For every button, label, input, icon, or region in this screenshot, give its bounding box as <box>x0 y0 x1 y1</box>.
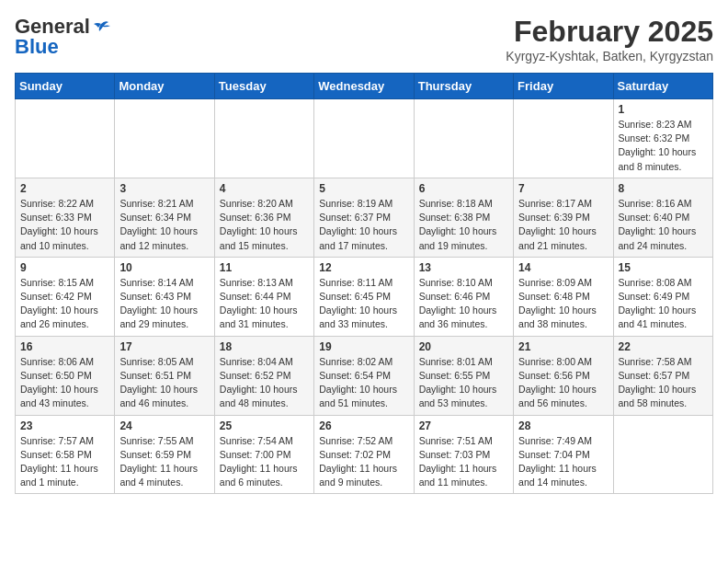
day-number: 15 <box>619 261 708 274</box>
table-row: 23Sunrise: 7:57 AM Sunset: 6:58 PM Dayli… <box>16 415 115 494</box>
day-info: Sunrise: 7:51 AM Sunset: 7:03 PM Dayligh… <box>419 434 508 490</box>
table-row: 18Sunrise: 8:04 AM Sunset: 6:52 PM Dayli… <box>214 336 313 415</box>
table-row: 9Sunrise: 8:15 AM Sunset: 6:42 PM Daylig… <box>16 257 115 336</box>
table-row: 16Sunrise: 8:06 AM Sunset: 6:50 PM Dayli… <box>16 336 115 415</box>
day-info: Sunrise: 8:19 AM Sunset: 6:37 PM Dayligh… <box>319 197 408 253</box>
day-number: 7 <box>518 182 608 195</box>
day-number: 5 <box>319 182 408 195</box>
table-row: 15Sunrise: 8:08 AM Sunset: 6:49 PM Dayli… <box>613 257 712 336</box>
table-row: 14Sunrise: 8:09 AM Sunset: 6:48 PM Dayli… <box>514 257 613 336</box>
day-number: 17 <box>119 340 209 353</box>
day-info: Sunrise: 7:55 AM Sunset: 6:59 PM Dayligh… <box>119 434 209 490</box>
page-header: General Blue February 2025 Kyrgyz-Kyshta… <box>15 15 713 63</box>
day-number: 12 <box>319 261 408 274</box>
day-info: Sunrise: 8:10 AM Sunset: 6:46 PM Dayligh… <box>419 276 508 332</box>
day-info: Sunrise: 8:11 AM Sunset: 6:45 PM Dayligh… <box>319 276 408 332</box>
logo: General Blue <box>15 15 110 59</box>
day-number: 19 <box>319 340 408 353</box>
day-number: 11 <box>220 261 309 274</box>
table-row: 8Sunrise: 8:16 AM Sunset: 6:40 PM Daylig… <box>613 178 712 257</box>
day-info: Sunrise: 8:20 AM Sunset: 6:36 PM Dayligh… <box>220 197 309 253</box>
table-row: 11Sunrise: 8:13 AM Sunset: 6:44 PM Dayli… <box>214 257 313 336</box>
table-row: 26Sunrise: 7:52 AM Sunset: 7:02 PM Dayli… <box>314 415 414 494</box>
day-number: 25 <box>220 419 309 432</box>
day-info: Sunrise: 8:21 AM Sunset: 6:34 PM Dayligh… <box>119 197 209 253</box>
table-row: 10Sunrise: 8:14 AM Sunset: 6:43 PM Dayli… <box>115 257 214 336</box>
table-row: 19Sunrise: 8:02 AM Sunset: 6:54 PM Dayli… <box>314 336 414 415</box>
day-info: Sunrise: 8:18 AM Sunset: 6:38 PM Dayligh… <box>419 197 508 253</box>
logo-bird-icon <box>92 20 110 35</box>
table-row: 7Sunrise: 8:17 AM Sunset: 6:39 PM Daylig… <box>514 178 613 257</box>
calendar-subtitle: Kyrgyz-Kyshtak, Batken, Kyrgyzstan <box>506 49 713 63</box>
table-row <box>115 99 214 178</box>
table-row: 27Sunrise: 7:51 AM Sunset: 7:03 PM Dayli… <box>414 415 513 494</box>
header-saturday: Saturday <box>613 74 712 99</box>
header-monday: Monday <box>115 74 214 99</box>
day-info: Sunrise: 8:17 AM Sunset: 6:39 PM Dayligh… <box>518 197 608 253</box>
table-row: 25Sunrise: 7:54 AM Sunset: 7:00 PM Dayli… <box>214 415 313 494</box>
table-row: 17Sunrise: 8:05 AM Sunset: 6:51 PM Dayli… <box>115 336 214 415</box>
day-number: 14 <box>518 261 608 274</box>
day-number: 10 <box>119 261 209 274</box>
day-number: 4 <box>220 182 309 195</box>
table-row: 13Sunrise: 8:10 AM Sunset: 6:46 PM Dayli… <box>414 257 513 336</box>
day-number: 27 <box>419 419 508 432</box>
table-row <box>214 99 313 178</box>
calendar-week-row: 2Sunrise: 8:22 AM Sunset: 6:33 PM Daylig… <box>16 178 713 257</box>
table-row <box>16 99 115 178</box>
table-row <box>514 99 613 178</box>
day-info: Sunrise: 8:16 AM Sunset: 6:40 PM Dayligh… <box>619 197 708 253</box>
day-number: 18 <box>220 340 309 353</box>
day-number: 13 <box>419 261 508 274</box>
header-wednesday: Wednesday <box>314 74 414 99</box>
table-row: 24Sunrise: 7:55 AM Sunset: 6:59 PM Dayli… <box>115 415 214 494</box>
day-info: Sunrise: 8:22 AM Sunset: 6:33 PM Dayligh… <box>20 197 109 253</box>
table-row: 6Sunrise: 8:18 AM Sunset: 6:38 PM Daylig… <box>414 178 513 257</box>
calendar-header-row: Sunday Monday Tuesday Wednesday Thursday… <box>16 74 713 99</box>
day-info: Sunrise: 8:23 AM Sunset: 6:32 PM Dayligh… <box>619 118 708 174</box>
day-info: Sunrise: 8:02 AM Sunset: 6:54 PM Dayligh… <box>319 355 408 411</box>
calendar-week-row: 16Sunrise: 8:06 AM Sunset: 6:50 PM Dayli… <box>16 336 713 415</box>
day-info: Sunrise: 8:04 AM Sunset: 6:52 PM Dayligh… <box>220 355 309 411</box>
day-number: 3 <box>119 182 209 195</box>
table-row: 12Sunrise: 8:11 AM Sunset: 6:45 PM Dayli… <box>314 257 414 336</box>
day-info: Sunrise: 7:54 AM Sunset: 7:00 PM Dayligh… <box>220 434 309 490</box>
title-block: February 2025 Kyrgyz-Kyshtak, Batken, Ky… <box>506 15 713 63</box>
calendar-week-row: 23Sunrise: 7:57 AM Sunset: 6:58 PM Dayli… <box>16 415 713 494</box>
table-row: 3Sunrise: 8:21 AM Sunset: 6:34 PM Daylig… <box>115 178 214 257</box>
day-info: Sunrise: 8:15 AM Sunset: 6:42 PM Dayligh… <box>20 276 109 332</box>
day-number: 26 <box>319 419 408 432</box>
day-number: 23 <box>20 419 109 432</box>
header-friday: Friday <box>514 74 613 99</box>
table-row: 2Sunrise: 8:22 AM Sunset: 6:33 PM Daylig… <box>16 178 115 257</box>
table-row <box>314 99 414 178</box>
day-info: Sunrise: 7:58 AM Sunset: 6:57 PM Dayligh… <box>619 355 708 411</box>
table-row <box>414 99 513 178</box>
calendar-week-row: 9Sunrise: 8:15 AM Sunset: 6:42 PM Daylig… <box>16 257 713 336</box>
day-info: Sunrise: 8:00 AM Sunset: 6:56 PM Dayligh… <box>518 355 608 411</box>
table-row: 21Sunrise: 8:00 AM Sunset: 6:56 PM Dayli… <box>514 336 613 415</box>
day-number: 24 <box>119 419 209 432</box>
header-sunday: Sunday <box>16 74 115 99</box>
day-info: Sunrise: 8:13 AM Sunset: 6:44 PM Dayligh… <box>220 276 309 332</box>
header-tuesday: Tuesday <box>214 74 313 99</box>
day-info: Sunrise: 7:49 AM Sunset: 7:04 PM Dayligh… <box>518 434 608 490</box>
day-number: 9 <box>20 261 109 274</box>
table-row: 22Sunrise: 7:58 AM Sunset: 6:57 PM Dayli… <box>613 336 712 415</box>
table-row: 1Sunrise: 8:23 AM Sunset: 6:32 PM Daylig… <box>613 99 712 178</box>
day-info: Sunrise: 8:01 AM Sunset: 6:55 PM Dayligh… <box>419 355 508 411</box>
day-info: Sunrise: 7:52 AM Sunset: 7:02 PM Dayligh… <box>319 434 408 490</box>
day-number: 20 <box>419 340 508 353</box>
day-number: 28 <box>518 419 608 432</box>
day-info: Sunrise: 8:09 AM Sunset: 6:48 PM Dayligh… <box>518 276 608 332</box>
day-info: Sunrise: 8:06 AM Sunset: 6:50 PM Dayligh… <box>20 355 109 411</box>
day-info: Sunrise: 8:08 AM Sunset: 6:49 PM Dayligh… <box>619 276 708 332</box>
day-number: 2 <box>20 182 109 195</box>
table-row: 5Sunrise: 8:19 AM Sunset: 6:37 PM Daylig… <box>314 178 414 257</box>
table-row: 4Sunrise: 8:20 AM Sunset: 6:36 PM Daylig… <box>214 178 313 257</box>
day-number: 8 <box>619 182 708 195</box>
day-info: Sunrise: 8:14 AM Sunset: 6:43 PM Dayligh… <box>119 276 209 332</box>
day-number: 6 <box>419 182 508 195</box>
table-row: 28Sunrise: 7:49 AM Sunset: 7:04 PM Dayli… <box>514 415 613 494</box>
calendar-table: Sunday Monday Tuesday Wednesday Thursday… <box>15 73 713 494</box>
